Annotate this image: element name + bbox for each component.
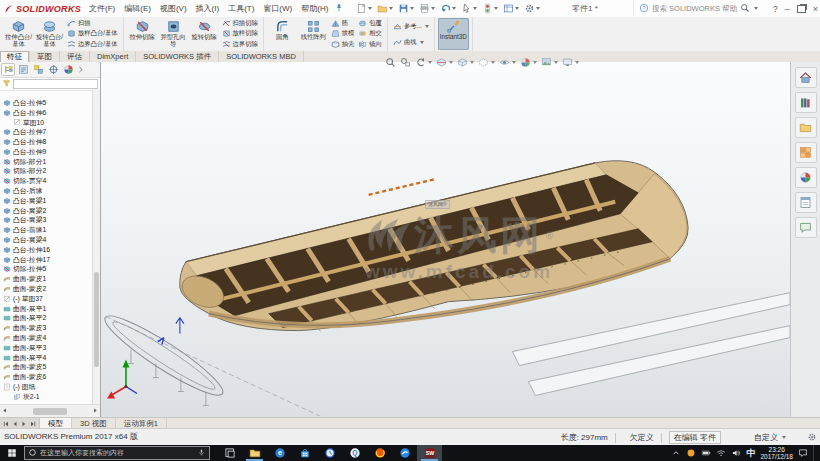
more-tabs-icon[interactable] — [76, 65, 85, 74]
hole-wizard-button[interactable]: 异型孔向导 — [158, 18, 189, 50]
boundary-cut-button[interactable]: 边界切除 — [222, 40, 258, 50]
nav-first-button[interactable] — [2, 420, 10, 428]
minimize-button[interactable]: – — [785, 4, 790, 14]
dropdown-caret-icon[interactable] — [410, 7, 414, 10]
mirror-button[interactable]: 镜向 — [358, 40, 382, 50]
start-button[interactable] — [0, 445, 24, 461]
tree-item[interactable]: 凸台-拉伸17 — [0, 255, 93, 265]
tree-item[interactable]: 切除-贯穿4 — [0, 176, 93, 186]
store-button[interactable] — [292, 445, 317, 461]
file-explorer-button[interactable] — [795, 117, 817, 138]
tray-battery-button[interactable] — [701, 448, 711, 459]
custom-properties-button[interactable] — [795, 192, 817, 213]
custom-dropdown[interactable]: 自定义 — [754, 432, 786, 443]
section-view-button[interactable] — [436, 57, 453, 68]
tree-item[interactable]: 曲面-蒙皮2 — [0, 284, 93, 294]
shell-button[interactable]: 抽壳 — [331, 40, 355, 50]
dropdown-caret-icon[interactable] — [431, 7, 435, 10]
displaymanager-tab-icon[interactable] — [61, 63, 75, 76]
tree-item[interactable]: 凸台-拉伸16 — [0, 245, 93, 255]
nav-next-button[interactable] — [20, 420, 28, 428]
rebuild-button[interactable] — [480, 1, 500, 16]
tab-草图[interactable]: 草图 — [30, 51, 60, 62]
zoom-fit-button[interactable] — [385, 57, 396, 68]
dropdown-caret-icon[interactable] — [425, 25, 429, 28]
extruded-cut-button[interactable]: 拉伸切除 — [127, 18, 158, 50]
design-library-button[interactable] — [795, 92, 817, 113]
reference-geometry-button[interactable]: 参考... — [393, 21, 429, 31]
taskbar-clock[interactable]: 23:262017/12/18 — [760, 446, 793, 461]
tree-horizontal-scrollbar[interactable] — [0, 404, 100, 417]
menu-item[interactable]: 帮助(H) — [301, 3, 328, 14]
status-options-icon[interactable] — [807, 432, 817, 442]
tree-item[interactable]: 曲面-展平2 — [0, 314, 93, 324]
tree-item[interactable]: 凸台-拉伸8 — [0, 137, 93, 147]
tray-alert-button[interactable] — [686, 448, 696, 459]
tree-item[interactable]: 曲面-蒙皮1 — [0, 274, 93, 284]
taskbar-search-input[interactable]: 在这里输入你要搜索的内容 — [24, 446, 210, 460]
dropdown-caret-icon[interactable] — [533, 61, 537, 64]
tab-评估[interactable]: 评估 — [60, 51, 90, 62]
hide-show-items-button[interactable] — [499, 57, 516, 68]
search-caret-icon[interactable] — [754, 7, 758, 10]
intersect-button[interactable]: 相交 — [358, 29, 382, 39]
instant3d-button[interactable]: Instant3D — [438, 18, 469, 50]
tree-item[interactable]: (-) 草图37 — [0, 294, 93, 304]
view-palette-button[interactable] — [795, 142, 817, 163]
scroll-left-icon[interactable] — [1, 407, 8, 414]
tree-item[interactable]: (-) 图纸 — [0, 382, 93, 392]
wrap-button[interactable]: 包覆 — [358, 18, 382, 28]
tree-vertical-scrollbar[interactable] — [92, 89, 100, 405]
tree-item[interactable]: 凸台-翼梁2 — [0, 206, 93, 216]
swept-boss-button[interactable]: 扫描 — [67, 18, 118, 28]
edge-button[interactable]: e — [267, 445, 292, 461]
help-search[interactable]: ? 搜索 SOLIDWORKS 帮助 — [633, 1, 758, 16]
clock-app-button[interactable] — [317, 445, 342, 461]
tree-item[interactable]: 曲面-蒙皮4 — [0, 333, 93, 343]
tree-item[interactable]: 曲面-展平3 — [0, 343, 93, 353]
propertymanager-tab-icon[interactable] — [16, 63, 30, 76]
fillet-button[interactable]: 圆角 — [267, 18, 298, 50]
dropdown-caret-icon[interactable] — [491, 61, 495, 64]
revolved-boss-button[interactable]: 旋转凸台/基体 — [34, 18, 65, 50]
dropdown-caret-icon[interactable] — [554, 61, 558, 64]
dropdown-caret-icon[interactable] — [449, 61, 453, 64]
undo-button[interactable] — [438, 1, 458, 16]
status-options-icon[interactable] — [807, 432, 817, 444]
dropdown-caret-icon[interactable] — [512, 61, 516, 64]
configurationmanager-tab-icon[interactable] — [31, 63, 45, 76]
dropdown-caret-icon[interactable] — [428, 61, 432, 64]
menu-item[interactable]: 窗口(W) — [263, 3, 292, 14]
tray-expand-button[interactable] — [671, 448, 681, 459]
tree-item[interactable]: 凸台-翼梁1 — [0, 196, 93, 206]
3d-viewport[interactable]: 沐风网® 沐风网 ® www.mfcad.com — [101, 62, 790, 417]
tab-SOLIDWORKS MBD[interactable]: SOLIDWORKS MBD — [219, 51, 304, 62]
menu-item[interactable]: 插入(I) — [196, 3, 220, 14]
tray-volume-button[interactable] — [731, 448, 741, 459]
tab-DimXpert[interactable]: DimXpert — [90, 51, 136, 62]
tree-item[interactable]: 曲面-展平4 — [0, 353, 93, 363]
tree-item[interactable]: 曲面-蒙皮6 — [0, 372, 93, 382]
tree-item[interactable]: 块2-1 — [0, 392, 93, 402]
dropdown-caret-icon[interactable] — [473, 7, 477, 10]
tree-item[interactable]: 凸台-拉伸5 — [0, 98, 93, 108]
help-button[interactable]: ? — [773, 4, 778, 14]
tree-item[interactable]: 曲面-蒙皮5 — [0, 363, 93, 373]
tree-item[interactable]: 凸台-翼梁3 — [0, 216, 93, 226]
microphone-icon[interactable] — [197, 448, 206, 458]
lofted-cut-button[interactable]: 放样切除 — [222, 29, 258, 39]
view-settings-button[interactable] — [562, 57, 579, 68]
scroll-left-icon[interactable] — [1, 407, 8, 415]
tree-item[interactable]: 凸台-拉伸6 — [0, 108, 93, 118]
task-view-button[interactable] — [217, 445, 242, 461]
forum-button[interactable] — [795, 217, 817, 238]
scroll-right-icon[interactable] — [92, 407, 99, 415]
file-explorer-button[interactable] — [242, 445, 267, 461]
menu-item[interactable]: 编辑(E) — [124, 3, 151, 14]
menu-item[interactable]: 视图(V) — [160, 3, 187, 14]
zoom-area-button[interactable] — [400, 57, 411, 68]
solidworks-app-button[interactable]: SW — [417, 445, 442, 461]
display-style-button[interactable] — [478, 57, 495, 68]
tab-SOLIDWORKS 插件[interactable]: SOLIDWORKS 插件 — [136, 51, 219, 62]
dropdown-caret-icon[interactable] — [420, 41, 424, 44]
